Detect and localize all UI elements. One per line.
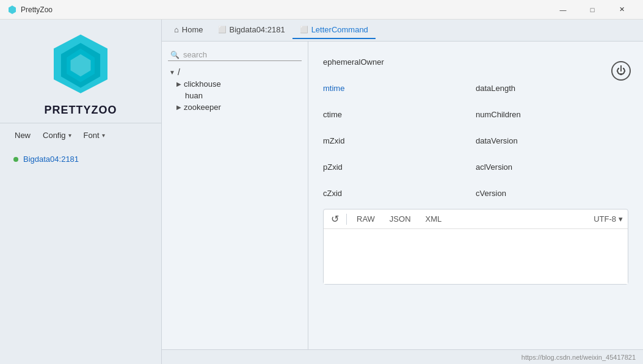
app-title: PrettyZoo [21, 5, 549, 14]
prop-numChildren: numChildren [476, 105, 628, 124]
prop-mZxid: mZxid [323, 131, 476, 150]
svg-marker-0 [9, 5, 16, 14]
terminal-icon-1: ⬜ [218, 26, 227, 34]
footer-link: https://blog.csdn.net/weixin_45417821 [521, 354, 636, 361]
tree-node-clickhouse[interactable]: ▶ clickhouse [162, 78, 308, 90]
root-expand-icon: ▼ [169, 69, 175, 76]
prop-ephemeralOwner: ephemeralOwner [323, 53, 476, 71]
app-body: PRETTYZOO New Config ▾ Font ▾ Bigdata04:… [0, 20, 643, 364]
prop-ctime: ctime [323, 105, 476, 124]
app-icon [7, 5, 17, 15]
sidebar-actions: New Config ▾ Font ▾ [0, 123, 161, 147]
toolbar-divider [346, 214, 347, 225]
format-json-button[interactable]: JSON [385, 213, 416, 225]
tree-root[interactable]: ▼ / [162, 66, 308, 78]
zookeeper-expand-icon: ▶ [176, 104, 181, 111]
prop-aclVersion: aclVersion [476, 158, 628, 177]
prop-row-3: ctime numChildren [323, 101, 628, 128]
window-controls: — □ ✕ [549, 0, 636, 20]
tree-panel: 🔍 ▼ / ▶ clickhouse huan ▶ zookeeper [162, 42, 308, 349]
footer: https://blog.csdn.net/weixin_45417821 [162, 349, 643, 364]
sidebar: PRETTYZOO New Config ▾ Font ▾ Bigdata04:… [0, 20, 162, 364]
power-button[interactable]: ⏻ [611, 61, 631, 81]
maximize-button[interactable]: □ [578, 0, 606, 20]
prop-row-2: mtime dataLength [323, 75, 628, 101]
prop-pZxid: pZxid [323, 158, 476, 177]
prop-cZxid: cZxid [323, 184, 476, 203]
data-content [324, 229, 628, 284]
logo-text: PRETTYZOO [44, 104, 117, 117]
props-panel: ephemeralOwner mtime dataLength ctime nu… [308, 42, 643, 349]
data-viewer-toolbar: ↺ RAW JSON XML UTF-8 ▾ [324, 209, 628, 229]
prop-row-4: mZxid dataVersion [323, 128, 628, 154]
format-xml-button[interactable]: XML [421, 213, 447, 225]
prop-dataLength: dataLength [476, 79, 628, 98]
server-name: Bigdata04:2181 [23, 155, 79, 164]
power-button-area: ⏻ [611, 61, 631, 81]
prop-row-6: cZxid cVersion [323, 180, 628, 206]
tab-bigdata[interactable]: ⬜ Bigdata04:2181 [211, 21, 292, 39]
search-icon: 🔍 [170, 51, 180, 59]
prop-dataVersion: dataVersion [476, 131, 628, 150]
server-list: Bigdata04:2181 [0, 147, 161, 364]
config-button[interactable]: Config ▾ [38, 128, 76, 142]
search-box: 🔍 [168, 49, 302, 61]
logo-area: PRETTYZOO [0, 20, 161, 123]
refresh-button[interactable]: ↺ [329, 212, 341, 226]
tab-letter[interactable]: ⬜ LetterCommand [292, 21, 376, 39]
home-icon: ⌂ [174, 25, 179, 34]
tab-home[interactable]: ⌂ Home [167, 21, 211, 39]
tree-node-zookeeper[interactable]: ▶ zookeeper [162, 101, 308, 113]
minimize-button[interactable]: — [549, 0, 577, 20]
server-item[interactable]: Bigdata04:2181 [10, 152, 151, 166]
tabs-bar: ⌂ Home ⬜ Bigdata04:2181 ⬜ LetterCommand [162, 20, 643, 42]
font-button[interactable]: Font ▾ [79, 128, 110, 142]
prettyzoo-logo [47, 32, 114, 99]
prop-row-1: ephemeralOwner [323, 49, 628, 75]
prop-mtime: mtime [323, 79, 476, 98]
data-viewer: ↺ RAW JSON XML UTF-8 ▾ [323, 209, 628, 285]
encoding-select[interactable]: UTF-8 ▾ [594, 214, 623, 224]
close-button[interactable]: ✕ [608, 0, 636, 20]
prop-row-5: pZxid aclVersion [323, 154, 628, 180]
search-input[interactable] [183, 50, 299, 59]
font-chevron-icon: ▾ [102, 132, 105, 139]
title-bar: PrettyZoo — □ ✕ [0, 0, 643, 20]
new-button[interactable]: New [10, 128, 35, 142]
clickhouse-expand-icon: ▶ [176, 81, 181, 87]
terminal-icon-2: ⬜ [300, 26, 308, 34]
config-chevron-icon: ▾ [68, 132, 71, 139]
encoding-chevron-icon: ▾ [619, 214, 623, 224]
format-raw-button[interactable]: RAW [352, 213, 380, 225]
status-dot [13, 157, 18, 162]
content-area: 🔍 ▼ / ▶ clickhouse huan ▶ zookeeper [162, 42, 643, 349]
main-panel: ⌂ Home ⬜ Bigdata04:2181 ⬜ LetterCommand … [162, 20, 643, 364]
prop-cVersion: cVersion [476, 184, 628, 203]
tree-node-huan[interactable]: huan [162, 90, 308, 101]
